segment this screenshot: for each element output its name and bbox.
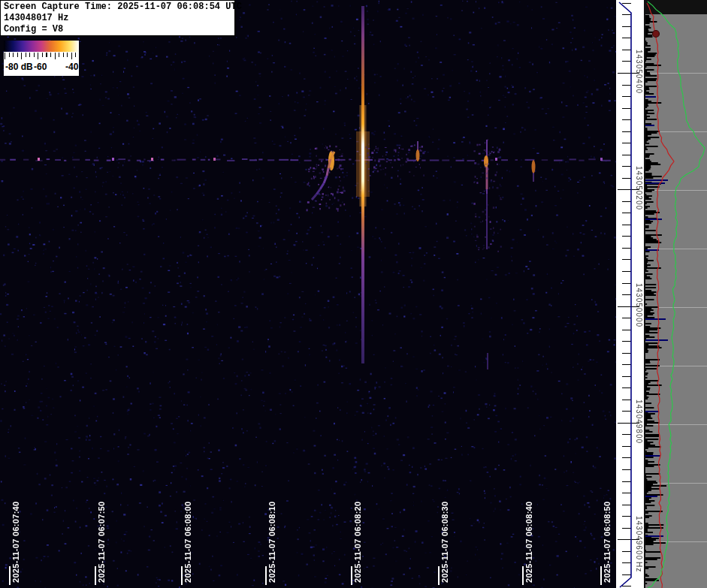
capture-time-line: Screen Capture Time: 2025-11-07 06:08:54… (4, 2, 234, 13)
colorbar-label-mid: -60 (34, 62, 47, 72)
spectrum-lab-screen-capture: Screen Capture Time: 2025-11-07 06:08:54… (0, 0, 707, 588)
freq-label: 143049800 (635, 400, 643, 444)
time-label: 2025-11-07 06:08:20 (353, 502, 362, 583)
freq-label: 143049600 (635, 516, 643, 560)
time-label: 2025-11-07 06:07:50 (97, 502, 106, 583)
colorbar-labels: -80 dB -60 -40 (4, 60, 79, 74)
colorbar-legend: -80 dB -60 -40 (4, 41, 79, 76)
colorbar-ticks-major (5, 53, 78, 59)
colorbar-gradient (4, 41, 79, 52)
freq-label: 143050000 (635, 283, 643, 327)
time-label: 2025-11-07 06:07:40 (11, 502, 20, 583)
freq-axis-unit: Hz (635, 562, 643, 572)
time-label: 2025-11-07 06:08:30 (440, 502, 449, 583)
time-label: 2025-11-07 06:08:50 (603, 502, 612, 583)
time-label: 2025-11-07 06:08:40 (524, 502, 533, 583)
freq-label: 143050200 (635, 166, 643, 210)
time-label: 2025-11-07 06:08:10 (267, 502, 276, 583)
freq-label: 143050400 (635, 50, 643, 94)
colorbar-label-max: -40 (65, 62, 78, 72)
time-label: 2025-11-07 06:08:00 (183, 502, 192, 583)
capture-info-box: Screen Capture Time: 2025-11-07 06:08:54… (0, 0, 235, 36)
colorbar-label-min: -80 dB (5, 62, 33, 72)
config-line: Config = V8 (4, 24, 234, 35)
spectrogram-canvas (0, 0, 707, 588)
frequency-line: 143048017 Hz (4, 13, 234, 24)
